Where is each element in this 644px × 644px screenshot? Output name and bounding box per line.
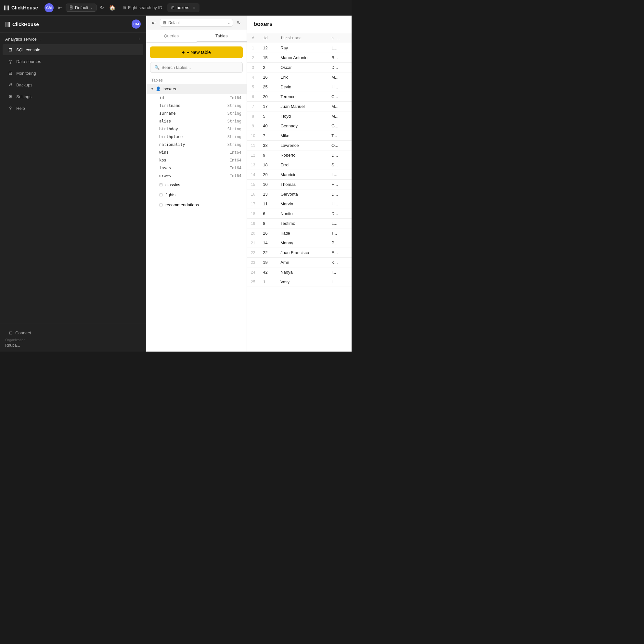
cell-surname: L... (328, 219, 352, 228)
tab-boxers[interactable]: ⊞ boxers ✕ (167, 3, 200, 12)
cell-firstname: Mike (277, 131, 328, 141)
data-table-wrap[interactable]: # id firstname s... 1 12 Ray L... 2 15 M… (247, 33, 352, 352)
table-item-boxers[interactable]: ▾ 👤 boxers (146, 84, 247, 94)
sidebar-item-monitoring[interactable]: ⊟ Monitoring (3, 68, 143, 79)
table-row[interactable]: 21 14 Manny P... (247, 238, 352, 248)
cell-surname: M... (328, 72, 352, 82)
sidebar-avatar[interactable]: CM (132, 19, 141, 29)
col-birthday: birthdayString (146, 125, 247, 133)
table-row[interactable]: 25 1 Vasyl L... (247, 277, 352, 287)
cell-rownum: 8 (247, 111, 259, 121)
cell-id: 8 (259, 219, 277, 228)
cell-surname: S... (328, 160, 352, 170)
cell-firstname: Gennady (277, 121, 328, 131)
table-row[interactable]: 18 6 Nonito D... (247, 209, 352, 219)
table-grid-icon: ⊞ (159, 182, 163, 187)
home-button[interactable]: 🏠 (107, 3, 118, 12)
table-row[interactable]: 22 22 Juan Francisco E... (247, 248, 352, 258)
service-selector[interactable]: Analytics service ⌄ + (0, 33, 146, 44)
cell-id: 13 (259, 189, 277, 199)
top-bar-controls: ⇤ 🗄 Default ⌄ ↻ 🏠 ⊞ Fight search by ID ⊞… (56, 3, 200, 12)
col-header-firstname: firstname (277, 33, 328, 43)
cell-firstname: Teofimo (277, 219, 328, 228)
col-firstname: firstnameString (146, 102, 247, 109)
db-selector[interactable]: 🗄 Default ⌄ (66, 4, 97, 12)
sidebar-item-help[interactable]: ? Help (3, 103, 143, 114)
table-row[interactable]: 2 15 Marco Antonio B... (247, 53, 352, 63)
data-panel: boxers # id firstname s... 1 12 Ray L...… (247, 16, 352, 352)
cell-firstname: Gervonta (277, 189, 328, 199)
sidebar-item-backups[interactable]: ↺ Backups (3, 79, 143, 90)
tab-fight-search[interactable]: ⊞ Fight search by ID (119, 3, 166, 12)
table-row[interactable]: 17 11 Marvin H... (247, 199, 352, 209)
table-row[interactable]: 15 10 Thomas H... (247, 180, 352, 189)
table-row[interactable]: 3 2 Oscar D... (247, 63, 352, 72)
table-item-classics[interactable]: ⊞ classics (146, 180, 247, 190)
cell-id: 6 (259, 209, 277, 219)
table-row[interactable]: 19 8 Teofimo L... (247, 219, 352, 228)
cell-firstname: Floyd (277, 111, 328, 121)
expanded-sidebar: |||| ClickHouse CM Analytics service ⌄ +… (0, 16, 146, 352)
table-row[interactable]: 16 13 Gervonta D... (247, 189, 352, 199)
cell-id: 2 (259, 63, 277, 72)
tables-db-chevron: ⌄ (227, 21, 230, 25)
cell-firstname: Vasyl (277, 277, 328, 287)
cell-rownum: 21 (247, 238, 259, 248)
tables-tabs: Queries Tables (146, 30, 247, 43)
collapse-button[interactable]: ⇤ (56, 3, 64, 12)
tables-collapse-button[interactable]: ⇤ (150, 19, 158, 27)
table-row[interactable]: 1 12 Ray L... (247, 43, 352, 53)
new-table-button[interactable]: + + New table (150, 46, 243, 58)
table-item-recommendations[interactable]: ⊞ recommendations (146, 200, 247, 210)
table-row[interactable]: 20 26 Katie T... (247, 228, 352, 238)
table-row[interactable]: 12 9 Roberto D... (247, 150, 352, 160)
cell-surname: L... (328, 170, 352, 180)
add-service-button[interactable]: + (138, 36, 141, 42)
tables-db-icon: 🗄 (163, 21, 166, 25)
col-kos: kosInt64 (146, 156, 247, 164)
cell-rownum: 6 (247, 92, 259, 102)
table-row[interactable]: 13 18 Errol S... (247, 160, 352, 170)
table-row[interactable]: 9 40 Gennady G... (247, 121, 352, 131)
table-name-fights: fights (165, 192, 175, 197)
table-row[interactable]: 6 20 Terence C... (247, 92, 352, 102)
table-row[interactable]: 7 17 Juan Manuel M... (247, 102, 352, 111)
cell-rownum: 18 (247, 209, 259, 219)
table-row[interactable]: 5 25 Devin H... (247, 82, 352, 92)
table-row[interactable]: 10 7 Mike T... (247, 131, 352, 141)
tab-queries[interactable]: Queries (146, 30, 197, 42)
tab-tables[interactable]: Tables (197, 30, 247, 42)
service-name: Analytics service (5, 37, 37, 42)
cell-id: 25 (259, 82, 277, 92)
tables-refresh-button[interactable]: ↻ (235, 19, 243, 27)
cell-id: 20 (259, 92, 277, 102)
connect-button[interactable]: ⊡ Connect (5, 328, 141, 338)
table-row[interactable]: 23 19 Amir K... (247, 258, 352, 267)
cell-id: 18 (259, 160, 277, 170)
sidebar-item-data-sources[interactable]: ◎ Data sources (3, 56, 143, 67)
table-row[interactable]: 4 16 Erik M... (247, 72, 352, 82)
cell-firstname: Nonito (277, 209, 328, 219)
cell-surname: O... (328, 141, 352, 150)
cell-surname: H... (328, 180, 352, 189)
cell-rownum: 25 (247, 277, 259, 287)
cell-firstname: Juan Francisco (277, 248, 328, 258)
search-tables-input[interactable] (161, 65, 238, 70)
user-avatar[interactable]: CM (45, 3, 54, 12)
cell-surname: M... (328, 111, 352, 121)
col-header-rownum: # (247, 33, 259, 43)
cell-surname: D... (328, 189, 352, 199)
tab-close-icon[interactable]: ✕ (192, 6, 196, 10)
data-table: # id firstname s... 1 12 Ray L... 2 15 M… (247, 33, 352, 287)
sidebar-item-settings[interactable]: ⚙ Settings (3, 91, 143, 102)
table-row[interactable]: 14 29 Mauricio L... (247, 170, 352, 180)
table-row[interactable]: 8 5 Floyd M... (247, 111, 352, 121)
tables-db-selector[interactable]: 🗄 Default ⌄ (160, 19, 233, 27)
table-item-fights[interactable]: ⊞ fights (146, 190, 247, 200)
refresh-button[interactable]: ↻ (98, 3, 106, 12)
boxers-columns: idInt64 firstnameString surnameString al… (146, 94, 247, 180)
table-row[interactable]: 11 38 Lawrence O... (247, 141, 352, 150)
sidebar-item-sql-console[interactable]: ⊡ SQL console (3, 44, 143, 55)
table-row[interactable]: 24 42 Naoya I... (247, 267, 352, 277)
cell-id: 19 (259, 258, 277, 267)
